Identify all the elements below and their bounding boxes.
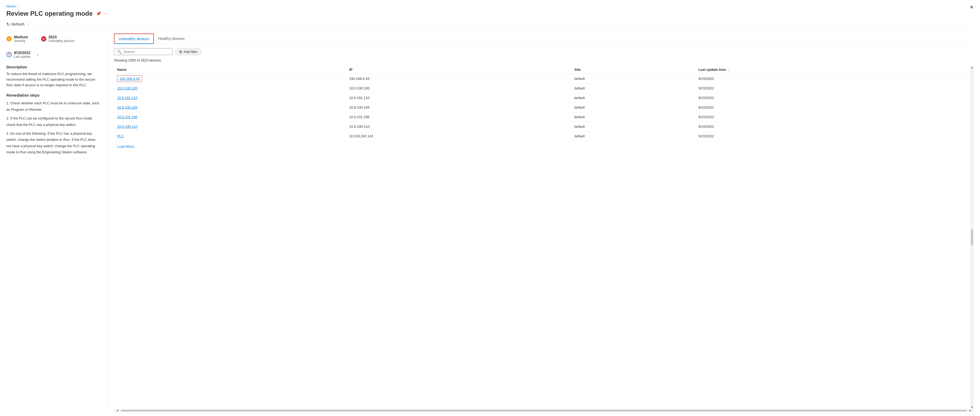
metrics-row: ! Medium Severity ✕ 2623 Unhealthy devic…: [6, 33, 101, 59]
device-ip: 10.0.100.100: [346, 84, 571, 93]
devices-table: Name IP Site Last update time ↓: [114, 65, 974, 141]
device-last-update: 9/15/2022: [695, 93, 974, 103]
description-body: To reduce the threat of malicious PLC pr…: [6, 71, 101, 88]
pin-icon[interactable]: 📌: [96, 11, 101, 16]
tab-healthy-devices[interactable]: Healthy devices: [154, 34, 189, 43]
scroll-right-arrow-icon[interactable]: ►: [969, 409, 972, 412]
table-row: 10.0.109.11010.0.109.110default9/15/2022: [114, 122, 974, 132]
breadcrumb: Home ›: [6, 4, 974, 8]
main-content: ! Medium Severity ✕ 2623 Unhealthy devic…: [6, 33, 974, 412]
device-ip: 10.0.191.110: [346, 93, 571, 103]
breadcrumb-home[interactable]: Home: [6, 4, 16, 8]
metric-divider-1: [34, 33, 35, 44]
clock-icon: ⏰: [6, 52, 12, 57]
right-panel: Unhealthy devices Healthy devices 🔍 ⊞ Ad…: [108, 33, 974, 412]
page-title: Review PLC operating mode: [6, 10, 93, 17]
last-update-value: 9/15/2022: [14, 51, 30, 55]
scroll-down-arrow-icon[interactable]: ▼: [971, 406, 974, 408]
scroll-left-arrow-icon[interactable]: ◄: [116, 409, 119, 412]
scrollbar-thumb[interactable]: [971, 229, 973, 245]
table-row: 10.0.100.10010.0.100.100default9/15/2022: [114, 84, 974, 93]
close-button[interactable]: ✕: [970, 4, 974, 10]
device-name-link[interactable]: 10.0.101.195: [117, 115, 137, 119]
table-row: PLC10.216.292.143default9/15/2022: [114, 132, 974, 141]
device-last-update: 9/15/2022: [695, 103, 974, 112]
unhealthy-label: Unhealthy devices: [48, 39, 75, 43]
device-name-link[interactable]: 192.168.4.43: [117, 75, 142, 82]
device-site: default: [571, 112, 695, 122]
col-ip: IP: [346, 65, 571, 74]
table-header-row: Name IP Site Last update time ↓: [114, 65, 974, 74]
scroll-up-arrow-icon[interactable]: ▲: [971, 66, 974, 69]
remediation-steps: 1. Check whether each PLC must be in uns…: [6, 100, 101, 155]
showing-text: Showing 1000 of 2623 devices: [114, 58, 974, 62]
refresh-button[interactable]: ↻ Refresh: [6, 22, 24, 27]
breadcrumb-separator: ›: [17, 4, 18, 8]
tab-unhealthy-devices[interactable]: Unhealthy devices: [114, 33, 154, 44]
table-row: 10.9.100.10410.9.100.104default9/15/2022: [114, 103, 974, 112]
search-box[interactable]: 🔍: [114, 48, 172, 55]
add-filter-label: Add filter: [184, 50, 197, 54]
col-name: Name: [114, 65, 346, 74]
refresh-icon: ↻: [6, 22, 10, 27]
scroll-track[interactable]: [121, 410, 967, 411]
device-ip: 192.168.4.43: [346, 74, 571, 84]
remediation-step-1: 1. Check whether each PLC must be in uns…: [6, 100, 101, 113]
device-name-link[interactable]: 10.0.100.100: [117, 86, 137, 90]
horizontal-scrollbar[interactable]: ◄ ►: [114, 409, 974, 412]
unhealthy-content: 2623 Unhealthy devices: [48, 35, 75, 43]
table-row: 192.168.4.43192.168.4.43default9/15/2022: [114, 74, 974, 84]
vertical-scrollbar[interactable]: ▲ ▼: [970, 65, 974, 409]
load-more-link[interactable]: Load More...: [117, 144, 137, 149]
device-name-link[interactable]: 10.9.100.104: [117, 105, 137, 110]
severity-metric: ! Medium Severity: [6, 35, 28, 43]
device-name-link[interactable]: PLC: [117, 134, 124, 138]
device-ip: 10.9.100.104: [346, 103, 571, 112]
device-site: default: [571, 103, 695, 112]
severity-label: Severity: [14, 39, 28, 43]
description-title: Description: [6, 65, 101, 69]
description-section: Description To reduce the threat of mali…: [6, 65, 101, 88]
page-container: ✕ Home › Review PLC operating mode 📌 ···…: [0, 0, 980, 416]
load-more-row: Load More...: [114, 141, 974, 152]
toolbar: ↻ Refresh: [6, 22, 974, 30]
remediation-step-2: 2. If the PLC can be configured to the s…: [6, 115, 101, 128]
device-last-update: 9/15/2022: [695, 122, 974, 132]
title-row: Review PLC operating mode 📌 ···: [6, 10, 974, 17]
device-name-link[interactable]: 10.0.191.110: [117, 96, 137, 100]
device-site: default: [571, 74, 695, 84]
more-options-icon[interactable]: ···: [104, 11, 108, 16]
device-name-link[interactable]: 10.0.109.110: [117, 125, 137, 129]
last-update-content: 9/15/2022 Last update: [14, 51, 30, 59]
severity-content: Medium Severity: [14, 35, 28, 43]
remediation-title: Remediation steps: [6, 93, 101, 97]
device-last-update: 9/15/2022: [695, 74, 974, 84]
chevron-right-button[interactable]: ›: [37, 52, 38, 57]
device-ip: 10.0.101.195: [346, 112, 571, 122]
left-panel: ! Medium Severity ✕ 2623 Unhealthy devic…: [6, 33, 108, 412]
device-site: default: [571, 122, 695, 132]
unhealthy-metric: ✕ 2623 Unhealthy devices: [41, 35, 75, 43]
device-last-update: 9/15/2022: [695, 112, 974, 122]
device-site: default: [571, 84, 695, 93]
device-ip: 10.0.109.110: [346, 122, 571, 132]
device-ip: 10.216.292.143: [346, 132, 571, 141]
error-icon: ✕: [41, 36, 46, 41]
unhealthy-count: 2623: [48, 35, 75, 39]
device-last-update: 9/15/2022: [695, 132, 974, 141]
remediation-section: Remediation steps 1. Check whether each …: [6, 93, 101, 155]
device-site: default: [571, 93, 695, 103]
col-site: Site: [571, 65, 695, 74]
warning-icon: !: [6, 36, 12, 41]
col-last-update[interactable]: Last update time ↓: [695, 65, 974, 74]
device-site: default: [571, 132, 695, 141]
last-update-label: Last update: [14, 55, 30, 59]
severity-value: Medium: [14, 35, 28, 39]
search-input[interactable]: [124, 50, 170, 54]
add-filter-button[interactable]: ⊞ Add filter: [175, 48, 201, 55]
table-container[interactable]: Name IP Site Last update time ↓: [114, 65, 974, 409]
sort-arrow-icon: ↓: [728, 68, 730, 71]
refresh-label: Refresh: [11, 22, 24, 26]
table-row: 10.0.101.19510.0.101.195default9/15/2022: [114, 112, 974, 122]
last-update-metric: ⏰ 9/15/2022 Last update: [6, 51, 30, 59]
